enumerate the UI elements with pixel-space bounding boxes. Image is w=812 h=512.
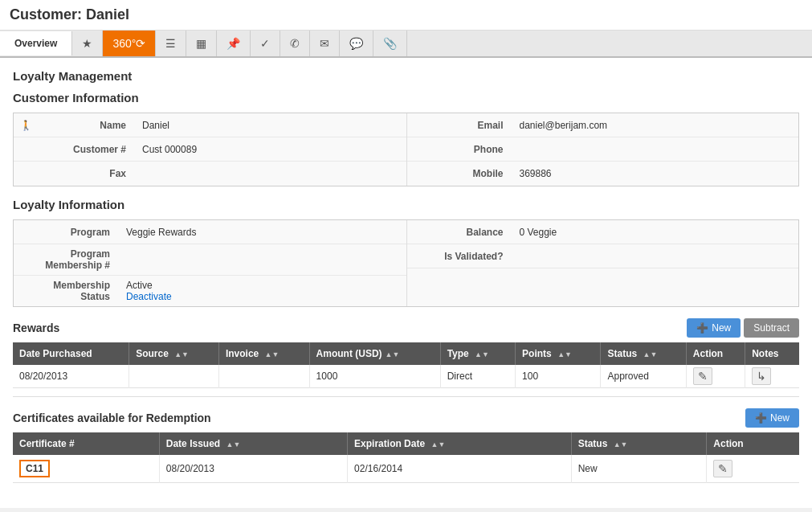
page-header: Customer: Daniel bbox=[0, 0, 812, 31]
plus-icon: ➕ bbox=[696, 322, 708, 334]
loyalty-empty-row bbox=[407, 268, 799, 293]
plus-icon2: ➕ bbox=[755, 412, 767, 424]
mobile-row: Mobile 369886 bbox=[407, 162, 799, 186]
program-value: Veggie Rewards bbox=[118, 223, 406, 242]
fax-value bbox=[134, 170, 406, 178]
balance-row: Balance 0 Veggie bbox=[407, 220, 799, 244]
status-sort-icon[interactable]: ▲▼ bbox=[643, 350, 658, 358]
phone-label: Phone bbox=[407, 140, 512, 159]
rewards-subtract-button[interactable]: Subtract bbox=[744, 318, 799, 338]
customer-num-value: Cust 000089 bbox=[134, 140, 406, 159]
tab-phone[interactable]: ✆ bbox=[280, 31, 310, 56]
tab-pin[interactable]: 📌 bbox=[217, 31, 251, 56]
mobile-value: 369886 bbox=[512, 164, 799, 183]
date-issued-sort-icon[interactable]: ▲▼ bbox=[226, 440, 240, 449]
email-label: Email bbox=[407, 116, 512, 135]
tab-attach[interactable]: 📎 bbox=[373, 31, 407, 56]
loyalty-info-title: Loyalty Information bbox=[13, 198, 799, 211]
customer-info-right: Email daniel@berijam.com Phone Mobile 36… bbox=[406, 113, 799, 186]
reward-status: Approved bbox=[601, 365, 686, 388]
rewards-table: Date Purchased Source ▲▼ Invoice ▲▼ Amou… bbox=[13, 342, 799, 388]
reward-amount: 1000 bbox=[309, 365, 440, 388]
cert-status: New bbox=[571, 455, 707, 483]
certificates-new-button[interactable]: ➕ New bbox=[745, 408, 799, 428]
loyalty-info-left: Program Veggie Rewards Program Membershi… bbox=[14, 220, 406, 306]
customer-info-left: 🚶 Name Daniel Customer # Cust 000089 Fax bbox=[14, 113, 406, 186]
col-source: Source ▲▼ bbox=[129, 342, 219, 365]
col-cert-number: Certificate # bbox=[13, 432, 159, 455]
program-membership-value bbox=[118, 256, 406, 264]
tab-list[interactable]: ☰ bbox=[156, 31, 186, 56]
cert-edit-icon[interactable]: ✎ bbox=[713, 460, 732, 477]
rewards-new-button[interactable]: ➕ New bbox=[687, 318, 741, 338]
source-sort-icon[interactable]: ▲▼ bbox=[174, 350, 189, 358]
certificates-table-header: Certificate # Date Issued ▲▼ Expiration … bbox=[13, 432, 799, 455]
customer-num-label: Customer # bbox=[30, 140, 134, 159]
main-title: Loyalty Management bbox=[13, 69, 799, 83]
tab-chat[interactable]: 💬 bbox=[340, 31, 373, 56]
tab-email[interactable]: ✉ bbox=[310, 31, 340, 56]
cert-status-sort-icon[interactable]: ▲▼ bbox=[614, 440, 628, 449]
balance-label: Balance bbox=[407, 223, 512, 242]
name-value: Daniel bbox=[134, 116, 406, 135]
phone-row: Phone bbox=[407, 137, 799, 162]
tab-star[interactable]: ★ bbox=[72, 31, 103, 56]
certificates-table-body: C11 08/20/2013 02/16/2014 New ✎ bbox=[13, 455, 799, 483]
membership-status-row: Membership Status Active Deactivate bbox=[14, 276, 406, 306]
tab-360[interactable]: 360°⟳ bbox=[103, 31, 156, 56]
col-date-issued: Date Issued ▲▼ bbox=[159, 432, 347, 455]
reward-source bbox=[129, 365, 219, 388]
edit-icon[interactable]: ✎ bbox=[693, 367, 712, 385]
membership-status-value: Active Deactivate bbox=[118, 276, 406, 306]
deactivate-link[interactable]: Deactivate bbox=[126, 291, 172, 302]
tab-overview[interactable]: Overview bbox=[0, 31, 72, 55]
reward-type: Direct bbox=[440, 365, 515, 388]
reward-invoice bbox=[218, 365, 309, 388]
cert-date-issued: 08/20/2013 bbox=[159, 455, 347, 483]
customer-info-box: 🚶 Name Daniel Customer # Cust 000089 Fax bbox=[13, 113, 799, 186]
phone-value bbox=[512, 145, 799, 154]
rewards-section-header: Rewards ➕ New Subtract bbox=[13, 318, 799, 338]
cert-number-cell: C11 bbox=[13, 455, 159, 483]
is-validated-label: Is Validated? bbox=[407, 247, 512, 266]
tab-grid[interactable]: ▦ bbox=[186, 31, 217, 56]
col-amount: Amount (USD)▲▼ bbox=[309, 342, 440, 365]
customer-info-title: Customer Information bbox=[13, 91, 799, 104]
name-label: Name bbox=[30, 116, 134, 135]
invoice-sort-icon[interactable]: ▲▼ bbox=[265, 350, 280, 358]
col-cert-action: Action bbox=[707, 432, 799, 455]
balance-value: 0 Veggie bbox=[512, 223, 799, 242]
reward-notes: ↳ bbox=[745, 365, 799, 388]
membership-status-label: Membership Status bbox=[14, 276, 118, 306]
section-divider bbox=[13, 396, 799, 397]
col-date-purchased: Date Purchased bbox=[13, 342, 129, 365]
program-label: Program bbox=[14, 223, 118, 242]
amount-sort-icon[interactable]: ▲▼ bbox=[386, 350, 400, 358]
col-status: Status ▲▼ bbox=[601, 342, 686, 365]
cert-action: ✎ bbox=[707, 455, 799, 483]
is-validated-value bbox=[512, 252, 799, 260]
email-value: daniel@berijam.com bbox=[512, 116, 799, 135]
col-expiration-date: Expiration Date ▲▼ bbox=[348, 432, 572, 455]
expiry-sort-icon[interactable]: ▲▼ bbox=[430, 440, 445, 449]
person-icon: 🚶 bbox=[14, 120, 30, 131]
export-icon[interactable]: ↳ bbox=[752, 367, 771, 385]
fax-row: Fax bbox=[14, 162, 406, 186]
fax-label: Fax bbox=[30, 164, 134, 183]
program-membership-row: Program Membership # bbox=[14, 244, 406, 276]
tab-check[interactable]: ✓ bbox=[251, 31, 280, 56]
col-invoice: Invoice ▲▼ bbox=[218, 342, 309, 365]
loyalty-info-grid: Program Veggie Rewards Program Membershi… bbox=[14, 220, 798, 306]
type-sort-icon[interactable]: ▲▼ bbox=[475, 350, 489, 358]
reward-points: 100 bbox=[516, 365, 601, 388]
loyalty-info-right: Balance 0 Veggie Is Validated? bbox=[406, 220, 799, 306]
col-action: Action bbox=[686, 342, 745, 365]
points-sort-icon[interactable]: ▲▼ bbox=[557, 350, 572, 358]
rewards-btn-group: ➕ New Subtract bbox=[687, 318, 799, 338]
email-row: Email daniel@berijam.com bbox=[407, 113, 799, 137]
certificates-btn-group: ➕ New bbox=[745, 408, 799, 428]
loyalty-info-box: Program Veggie Rewards Program Membershi… bbox=[13, 219, 799, 307]
col-notes: Notes bbox=[745, 342, 799, 365]
cert-number-link[interactable]: C11 bbox=[19, 460, 50, 477]
certificates-title: Certificates available for Redemption bbox=[13, 412, 211, 424]
